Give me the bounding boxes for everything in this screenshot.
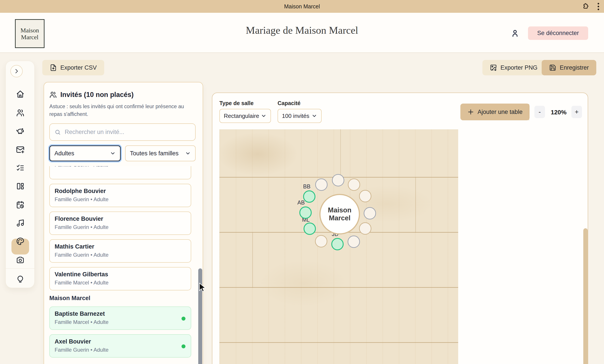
browser-tab-title: Maison Marcel — [284, 3, 320, 10]
round-table[interactable]: Maison Marcel — [319, 194, 360, 234]
seating-canvas-panel: Type de salle Rectangulaire Capacité 100… — [212, 93, 588, 364]
guest-name: Rodolphe Bouvier — [55, 188, 186, 195]
chevron-down-icon — [185, 151, 191, 156]
sidebar-item-guests[interactable] — [6, 108, 35, 118]
toolbar-divider — [529, 104, 529, 120]
age-filter-select[interactable]: Adultes — [49, 145, 121, 161]
guest-family: Famille Marcel • Adulte — [55, 319, 186, 325]
table-name: Maison Marcel — [328, 206, 352, 222]
canvas-scrollbar[interactable] — [583, 228, 588, 364]
guest-name: Axel Bouvier — [55, 338, 186, 345]
lightbulb-icon — [16, 275, 25, 284]
guest-family: Famille Guerin • Adulte — [55, 196, 186, 202]
save-floppy-icon — [549, 64, 556, 71]
sidebar-expand-button[interactable] — [10, 65, 23, 77]
wood-grain — [252, 232, 253, 288]
sidebar-item-ideas[interactable] — [6, 275, 35, 284]
browser-titlebar: Maison Marcel — [0, 0, 604, 13]
sidebar-item-seating-plan[interactable] — [6, 181, 35, 191]
extensions-puzzle-icon[interactable] — [582, 3, 589, 10]
sidebar-item-invitations[interactable] — [6, 145, 35, 154]
chevron-down-icon — [110, 151, 116, 156]
seat-guest-initials: AB — [297, 200, 305, 206]
guest-card[interactable]: Rodolphe Bouvier Famille Guerin • Adulte — [49, 184, 191, 207]
export-csv-button[interactable]: Exporter CSV — [42, 60, 104, 75]
sidebar-item-schedule[interactable] — [6, 200, 35, 210]
guest-name: Mathis Cartier — [55, 243, 186, 250]
sidebar-item-budget[interactable] — [6, 126, 35, 136]
sidebar-item-theme[interactable] — [6, 237, 35, 246]
guests-panel: Invités (10 non placés) Astuce : seuls l… — [44, 82, 203, 364]
wood-grain — [415, 177, 416, 232]
plus-icon — [467, 109, 474, 115]
guest-card-placed[interactable]: Baptiste Barnezet Famille Marcel • Adult… — [49, 306, 191, 330]
sidebar-item-checklist[interactable] — [6, 163, 35, 173]
guest-family: Famille Guerin • Adulte — [55, 347, 186, 353]
room-type-select[interactable]: Rectangulaire — [219, 109, 271, 123]
guest-family: Famille Guerin • Adulte — [55, 252, 186, 258]
placed-indicator-dot — [181, 344, 186, 348]
room-type-value: Rectangulaire — [224, 113, 259, 119]
export-png-label: Exporter PNG — [501, 64, 538, 71]
guests-panel-title: Invités (10 non placés) — [60, 91, 134, 99]
seat-empty[interactable] — [359, 222, 371, 235]
user-icon[interactable] — [511, 29, 519, 38]
mail-plus-icon — [16, 145, 25, 154]
zoom-level: 120% — [548, 109, 570, 116]
save-button[interactable]: Enregistrer — [542, 60, 596, 75]
guest-search-field[interactable] — [49, 123, 196, 141]
piggy-bank-icon — [16, 127, 25, 135]
seat-empty[interactable] — [359, 190, 371, 202]
placed-indicator-dot — [181, 317, 186, 321]
family-filter-select[interactable]: Toutes les familles — [125, 145, 196, 161]
palette-icon — [16, 237, 25, 245]
seat-empty[interactable] — [332, 174, 344, 186]
capacity-select[interactable]: 100 invités — [277, 109, 322, 123]
sidebar-item-home[interactable] — [6, 89, 35, 99]
sidebar-item-music[interactable] — [6, 218, 35, 228]
guests-icon — [49, 91, 57, 99]
guest-search-input[interactable] — [65, 129, 190, 136]
guest-card[interactable]: Famille Guerin • Adulte — [49, 166, 191, 179]
save-label: Enregistrer — [560, 64, 589, 71]
seat-guest-initials: BB — [303, 183, 310, 190]
seat-occupied-BB[interactable] — [303, 190, 315, 203]
seat-occupied-JD[interactable] — [331, 238, 344, 250]
seat-empty[interactable] — [348, 178, 360, 191]
guest-card[interactable]: Valentine Gilbertas Famille Marcel • Adu… — [49, 267, 191, 290]
sidebar-item-photos[interactable] — [6, 255, 35, 265]
seat-occupied-AB[interactable] — [299, 206, 312, 219]
calendar-clock-icon — [16, 201, 25, 209]
sidebar-divider — [6, 268, 35, 269]
home-icon — [16, 90, 25, 98]
chevron-down-icon — [312, 113, 317, 119]
image-download-icon — [490, 64, 497, 71]
zoom-out-button[interactable]: - — [534, 106, 545, 118]
seat-empty[interactable] — [315, 235, 327, 247]
browser-menu-icon[interactable] — [597, 2, 600, 11]
guest-card[interactable]: Mathis Cartier Famille Guerin • Adulte — [49, 239, 191, 263]
wood-grain — [340, 129, 341, 177]
file-download-icon — [50, 64, 57, 71]
guest-name: Baptiste Barnezet — [55, 311, 186, 317]
guests-panel-tip: Astuce : seuls les invités qui ont confi… — [49, 103, 195, 118]
room-type-label: Type de salle — [219, 100, 253, 106]
guest-family: Famille Guerin • Adulte — [55, 166, 186, 168]
seat-empty[interactable] — [364, 207, 376, 219]
guest-name: Valentine Gilbertas — [55, 271, 186, 278]
guest-family: Famille Guerin • Adulte — [55, 224, 186, 230]
seat-empty[interactable] — [315, 178, 327, 191]
guest-card-placed[interactable]: Axel Bouvier Famille Guerin • Adulte — [49, 334, 191, 358]
add-table-button[interactable]: Ajouter une table — [460, 103, 529, 120]
zoom-in-button[interactable]: + — [571, 106, 582, 118]
list-checks-icon — [16, 164, 25, 172]
chevron-right-icon — [13, 68, 20, 74]
seat-empty[interactable] — [348, 236, 360, 248]
add-table-label: Ajouter une table — [478, 109, 523, 115]
guest-card[interactable]: Florence Bouvier Famille Guerin • Adulte — [49, 212, 191, 235]
guest-family: Famille Marcel • Adulte — [55, 280, 186, 286]
app-screen: Maison Marcel Maison Marcel Mariage de M… — [0, 0, 604, 364]
logout-button[interactable]: Se déconnecter — [528, 26, 588, 40]
export-png-button[interactable]: Exporter PNG — [482, 60, 545, 75]
seat-occupied-ML[interactable] — [303, 223, 316, 235]
